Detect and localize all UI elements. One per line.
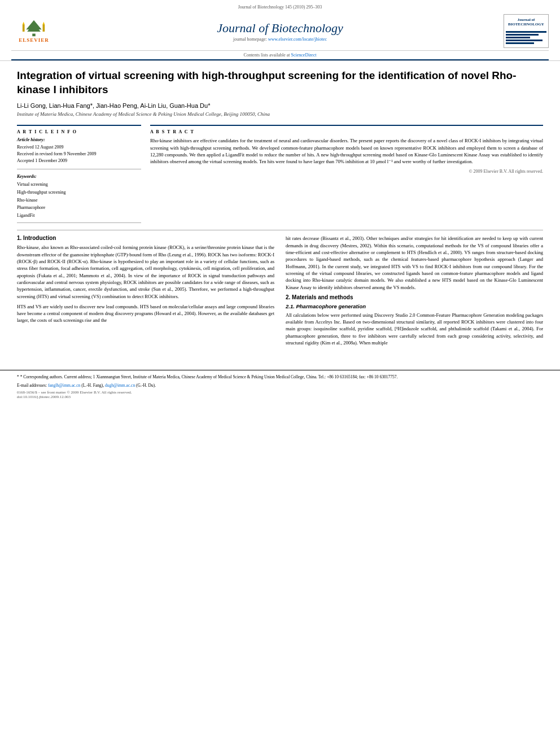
authors-line: Li-Li Gong, Lian-Hua Fang*, Jian-Hao Pen… bbox=[17, 102, 543, 109]
footer-corresponding-text: * Corresponding authors. Current address… bbox=[20, 374, 398, 379]
journal-title-center: Journal of Biotechnology journal homepag… bbox=[56, 21, 504, 42]
article-info-dates: Received 12 August 2009 Received in revi… bbox=[17, 144, 141, 164]
footer-emails: E-mail addresses: fanglh@imm.ac.cn (L.-H… bbox=[17, 382, 543, 388]
article-info-column: A R T I C L E I N F O Article history: R… bbox=[17, 125, 141, 223]
svg-rect-3 bbox=[23, 24, 25, 32]
journal-banner: ELSEVIER Journal of Biotechnology journa… bbox=[11, 12, 549, 50]
elsevier-logo: ELSEVIER bbox=[11, 17, 56, 45]
abstract-box: A B S T R A C T Rho-kinase inhibitors ar… bbox=[150, 125, 543, 177]
article-title: Integration of virtual screening with hi… bbox=[17, 69, 543, 97]
email1-link[interactable]: fanglh@imm.ac.cn bbox=[48, 383, 80, 388]
copyright-text: © 2009 Elsevier B.V. All rights reserved… bbox=[150, 169, 543, 174]
elsevier-text: ELSEVIER bbox=[19, 37, 49, 43]
section2-1-heading: 2.1. Pharmacophore generation bbox=[286, 303, 543, 309]
section1-heading: 1. Introduction bbox=[17, 235, 274, 241]
journal-logo-bars bbox=[506, 31, 546, 44]
elsevier-tree-icon bbox=[20, 19, 48, 37]
keyword-1: Virtual screening bbox=[17, 181, 141, 189]
revised-date: Received in revised form 9 November 2009 bbox=[17, 151, 141, 158]
section1-para1: Rho-kinase, also known as Rho-associated… bbox=[17, 244, 274, 300]
journal-homepage-text: journal homepage: bbox=[233, 37, 267, 42]
journal-header: Journal of Biotechnology 145 (2010) 295–… bbox=[0, 0, 560, 61]
body-col-left: 1. Introduction Rho-kinase, also known a… bbox=[17, 235, 274, 350]
contents-bar: Contents lists available at ScienceDirec… bbox=[11, 50, 549, 60]
email2-link[interactable]: dugh@imm.ac.cn bbox=[105, 383, 135, 388]
jb-bar-3 bbox=[506, 37, 530, 38]
sciencedirect-link[interactable]: ScienceDirect bbox=[291, 53, 317, 58]
section2-para: All calculations below were performed us… bbox=[286, 312, 543, 347]
abstract-column: A B S T R A C T Rho-kinase inhibitors ar… bbox=[150, 125, 543, 223]
keyword-3: Rho-kinase bbox=[17, 196, 141, 204]
article-info-box: A R T I C L E I N F O Article history: R… bbox=[17, 125, 141, 223]
divider-1 bbox=[17, 169, 141, 169]
journal-title: Journal of Biotechnology bbox=[56, 21, 504, 36]
svg-rect-0 bbox=[32, 34, 35, 37]
section-divider bbox=[17, 230, 543, 230]
article-content: Integration of virtual screening with hi… bbox=[0, 61, 560, 361]
email2-name: (G.-H. Du). bbox=[136, 383, 156, 388]
journal-homepage-link[interactable]: www.elsevier.com/locate/jbiotec bbox=[268, 37, 327, 42]
received-date: Received 12 August 2009 bbox=[17, 144, 141, 151]
keyword-2: High-throughput screening bbox=[17, 189, 141, 196]
journal-ref: Journal of Biotechnology 145 (2010) 295–… bbox=[238, 5, 322, 10]
footer-asterisk: * bbox=[17, 374, 19, 379]
affiliation: Institute of Materia Medica, Chinese Aca… bbox=[17, 111, 543, 117]
doi-line: doi:10.1016/j.jbiotec.2009.12.003 bbox=[17, 395, 543, 399]
abstract-title: A B S T R A C T bbox=[150, 129, 543, 134]
email1-name: (L.-H. Fang), bbox=[81, 383, 104, 388]
section2-heading: 2. Materials and methods bbox=[286, 294, 543, 300]
journal-logo-right: Journal ofBIOTECHNOLOGY bbox=[504, 14, 549, 48]
license-line: 0168-1656/$ – see front matter © 2009 El… bbox=[17, 390, 543, 395]
article-footer: * * Corresponding authors. Current addre… bbox=[0, 370, 560, 403]
body-two-col: 1. Introduction Rho-kinase, also known a… bbox=[17, 235, 543, 350]
article-info-section-title: A R T I C L E I N F O bbox=[17, 129, 141, 134]
section1-para2: HTS and VS are widely used to discover n… bbox=[17, 303, 274, 324]
jb-bar-5 bbox=[506, 42, 534, 44]
journal-homepage: journal homepage: www.elsevier.com/locat… bbox=[56, 37, 504, 42]
journal-logo-title: Journal ofBIOTECHNOLOGY bbox=[508, 18, 544, 27]
keyword-5: LigandFit bbox=[17, 212, 141, 220]
article-info-abstract-section: A R T I C L E I N F O Article history: R… bbox=[17, 125, 543, 223]
svg-marker-4 bbox=[23, 22, 25, 25]
section1-right-para: hit rates decrease (Bissantz et al., 200… bbox=[286, 235, 543, 291]
svg-marker-6 bbox=[43, 22, 45, 25]
keywords-list: Virtual screening High-throughput screen… bbox=[17, 181, 141, 219]
corresponding-note: * * Corresponding authors. Current addre… bbox=[17, 374, 543, 380]
jb-bar-4 bbox=[506, 40, 542, 41]
contents-text: Contents lists available at bbox=[244, 53, 290, 58]
jb-bar-1 bbox=[506, 31, 546, 33]
keyword-4: Pharmacophore bbox=[17, 204, 141, 212]
accepted-date: Accepted 1 December 2009 bbox=[17, 158, 141, 164]
email-label: E-mail addresses: bbox=[17, 383, 47, 388]
keywords-title: Keywords: bbox=[17, 174, 141, 179]
journal-ref-bar: Journal of Biotechnology 145 (2010) 295–… bbox=[11, 5, 549, 10]
body-col-right: hit rates decrease (Bissantz et al., 200… bbox=[286, 235, 543, 350]
page: Journal of Biotechnology 145 (2010) 295–… bbox=[0, 0, 560, 747]
abstract-text: Rho-kinase inhibitors are effective cand… bbox=[150, 137, 543, 165]
svg-rect-5 bbox=[43, 24, 45, 32]
jb-bar-2 bbox=[506, 34, 539, 36]
article-history-label: Article history: bbox=[17, 137, 141, 142]
